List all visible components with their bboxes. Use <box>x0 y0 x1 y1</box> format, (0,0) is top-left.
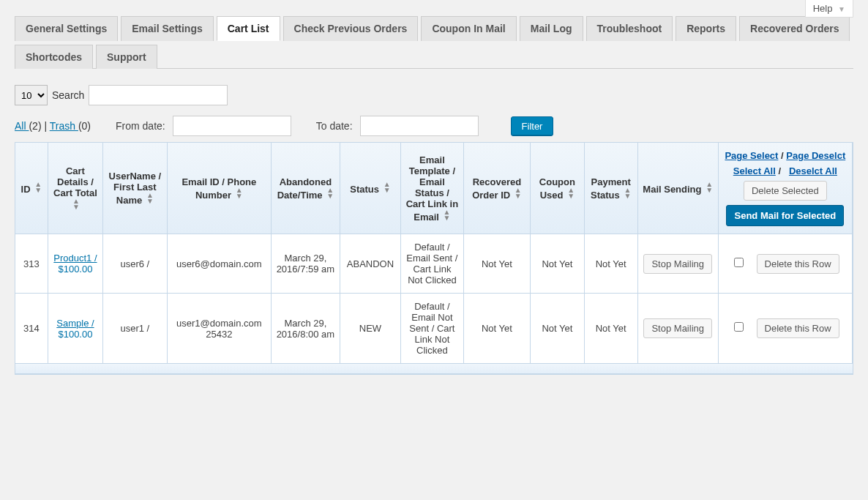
sort-icon <box>515 187 522 199</box>
sort-icon <box>72 198 80 210</box>
th-email-label: Email ID / Phone Number <box>182 176 256 201</box>
cell-id: 314 <box>15 294 48 364</box>
product-link[interactable]: Sample / <box>56 318 94 329</box>
cell-template: Default / Email Sent / Cart Link Not Cli… <box>401 234 463 294</box>
delete-row-button[interactable]: Delete this Row <box>757 318 839 338</box>
help-tab[interactable]: Help ▼ <box>805 0 853 18</box>
cell-recovered: Not Yet <box>464 294 531 364</box>
th-email[interactable]: Email ID / Phone Number <box>168 143 272 234</box>
tab-reports[interactable]: Reports <box>676 16 736 41</box>
th-date-label: Abandoned Date/Time <box>277 176 332 201</box>
tab-support[interactable]: Support <box>96 45 157 69</box>
th-recovered[interactable]: Recovered Order ID <box>464 143 531 234</box>
table-row: 313 Product1 / $100.00 user6 / user6@dom… <box>15 234 853 294</box>
filter-all-link[interactable]: All <box>15 120 29 132</box>
from-date-label: From date: <box>116 120 165 132</box>
th-status[interactable]: Status <box>340 143 401 234</box>
sort-icon <box>236 187 243 199</box>
cart-total: $100.00 <box>58 329 92 340</box>
delete-selected-button[interactable]: Delete Selected <box>744 181 827 201</box>
send-mail-selected-button[interactable]: Send Mail for Selected <box>726 205 844 226</box>
th-date[interactable]: Abandoned Date/Time <box>272 143 340 234</box>
product-link[interactable]: Product1 / <box>53 253 97 264</box>
row-select-checkbox[interactable] <box>734 322 744 332</box>
filter-trash-count: (0) <box>78 120 91 132</box>
filter-all-count: (2) <box>29 120 41 132</box>
th-cart-label: Cart Details / Cart Total <box>53 165 97 198</box>
cart-total: $100.00 <box>58 264 92 275</box>
cell-user: user1 / <box>103 294 168 364</box>
tab-email-settings[interactable]: Email Settings <box>121 16 213 41</box>
cell-template: Default / Email Not Sent / Cart Link Not… <box>401 294 463 364</box>
row-select-checkbox[interactable] <box>734 258 744 267</box>
tab-general-settings[interactable]: General Settings <box>15 16 118 41</box>
cell-payment: Not Yet <box>585 294 638 364</box>
cell-mail: Stop Mailing <box>638 294 719 364</box>
help-label: Help <box>813 3 833 14</box>
page-deselect-link[interactable]: Page Deselct <box>786 150 845 161</box>
sort-icon <box>624 187 631 199</box>
from-date-input[interactable] <box>173 116 291 136</box>
sort-icon <box>34 182 42 193</box>
tab-check-previous-orders[interactable]: Check Previous Orders <box>283 16 419 41</box>
cell-user: user6 / <box>103 234 168 294</box>
th-actions: Page Select / Page Deselct Select All / … <box>719 143 853 234</box>
tab-troubleshoot[interactable]: Troubleshoot <box>586 16 673 41</box>
tab-mail-log[interactable]: Mail Log <box>520 16 583 41</box>
cell-coupon: Not Yet <box>531 294 584 364</box>
th-mail-label: Mail Sending <box>643 184 701 195</box>
cart-list-table: ID Cart Details / Cart Total UserName / … <box>15 142 853 375</box>
to-date-input[interactable] <box>360 116 479 136</box>
cell-mail: Stop Mailing <box>638 234 719 294</box>
delete-row-button[interactable]: Delete this Row <box>757 254 839 274</box>
chevron-down-icon: ▼ <box>838 5 845 13</box>
tab-cart-list[interactable]: Cart List <box>217 16 280 41</box>
cell-cart: Sample / $100.00 <box>48 294 103 364</box>
select-all-link[interactable]: Select All <box>733 165 776 176</box>
cell-payment: Not Yet <box>585 234 638 294</box>
cell-date: March 29, 2016/8:00 am <box>272 294 340 364</box>
cell-date: March 29, 2016/7:59 am <box>272 234 340 294</box>
th-cart[interactable]: Cart Details / Cart Total <box>48 143 103 234</box>
to-date-label: To date: <box>316 120 353 132</box>
tab-shortcodes[interactable]: Shortcodes <box>15 45 93 69</box>
cell-email: user1@domain.com 25432 <box>168 294 272 364</box>
search-label: Search <box>52 89 84 101</box>
sort-icon <box>444 209 451 221</box>
sort-icon <box>326 187 334 199</box>
cell-cart: Product1 / $100.00 <box>48 234 103 294</box>
th-coupon[interactable]: Coupon Used <box>531 143 584 234</box>
th-mail-sending[interactable]: Mail Sending <box>638 143 719 234</box>
page-size-select[interactable]: 10 <box>15 85 48 105</box>
sort-icon <box>384 182 391 193</box>
filter-separator: | <box>44 120 49 132</box>
table-row: 314 Sample / $100.00 user1 / user1@domai… <box>15 294 853 364</box>
stop-mailing-button[interactable]: Stop Mailing <box>643 318 712 338</box>
search-input[interactable] <box>89 85 228 105</box>
stop-mailing-button[interactable]: Stop Mailing <box>643 254 712 274</box>
cell-id: 313 <box>15 234 48 294</box>
th-id[interactable]: ID <box>15 143 48 234</box>
sort-icon <box>146 193 154 204</box>
table-footer-bar <box>15 364 853 374</box>
tab-coupon-in-mail[interactable]: Coupon In Mail <box>421 16 516 41</box>
th-status-label: Status <box>350 184 379 195</box>
tab-recovered-orders[interactable]: Recovered Orders <box>739 16 850 41</box>
th-template[interactable]: Email Template / Email Status / Cart Lin… <box>401 143 463 234</box>
tab-bar: General Settings Email Settings Cart Lis… <box>15 16 853 69</box>
th-user[interactable]: UserName / First Last Name <box>103 143 168 234</box>
th-id-label: ID <box>21 184 31 195</box>
sort-icon <box>706 182 713 193</box>
cell-status: ABANDON <box>340 234 401 294</box>
filter-trash-link[interactable]: Trash <box>50 120 78 132</box>
cell-recovered: Not Yet <box>464 234 531 294</box>
cell-email: user6@domain.com <box>168 234 272 294</box>
deselect-all-link[interactable]: Deselct All <box>789 165 837 176</box>
th-payment[interactable]: Payment Status <box>585 143 638 234</box>
cell-coupon: Not Yet <box>531 234 584 294</box>
page-select-link[interactable]: Page Select <box>725 150 778 161</box>
cell-actions: Delete this Row <box>719 294 853 364</box>
cell-actions: Delete this Row <box>719 234 853 294</box>
cell-status: NEW <box>340 294 401 364</box>
filter-button[interactable]: Filter <box>511 116 554 136</box>
